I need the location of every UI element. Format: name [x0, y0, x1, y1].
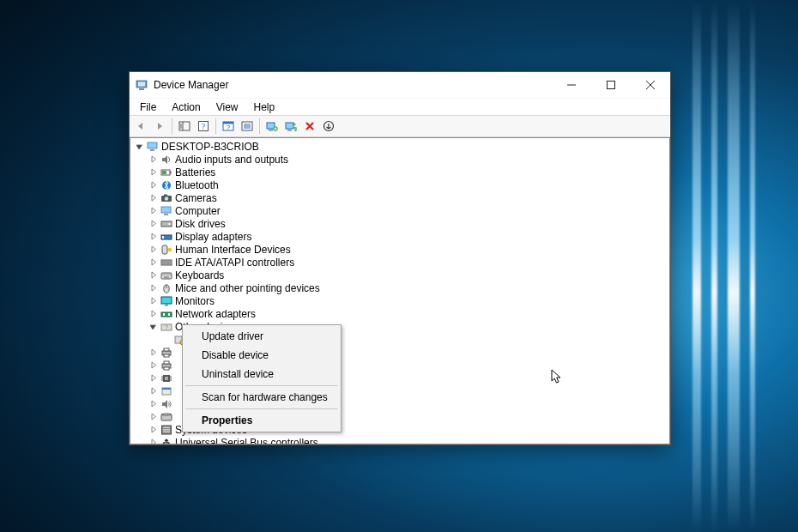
- expand-icon[interactable]: [148, 386, 158, 396]
- expand-icon[interactable]: [148, 309, 158, 319]
- tree-item[interactable]: Display adapters: [130, 230, 669, 243]
- expand-icon[interactable]: [148, 296, 158, 306]
- svg-point-34: [165, 196, 169, 201]
- desktop-light-bars: [692, 0, 755, 532]
- expand-icon[interactable]: [148, 154, 158, 165]
- expand-icon[interactable]: [148, 283, 158, 293]
- tree-item[interactable]: Network adapters: [130, 307, 669, 320]
- expand-icon[interactable]: [148, 270, 158, 281]
- tree-item[interactable]: Audio inputs and outputs: [130, 153, 669, 166]
- tree-item[interactable]: Disk drives: [130, 217, 669, 230]
- tree-item-label: Monitors: [175, 295, 215, 307]
- collapse-icon[interactable]: [148, 322, 158, 332]
- tree-item[interactable]: Keyboards: [130, 269, 669, 281]
- expand-icon[interactable]: [148, 412, 158, 422]
- svg-rect-2: [138, 82, 145, 87]
- tree-item[interactable]: Mice and other pointing devices: [130, 281, 669, 294]
- svg-rect-49: [168, 274, 169, 275]
- expand-icon[interactable]: [148, 348, 158, 358]
- properties-window-icon[interactable]: ?: [219, 117, 238, 136]
- tree-item[interactable]: Monitors: [130, 294, 669, 307]
- list-icon[interactable]: [238, 117, 257, 136]
- printer-icon: [160, 360, 173, 372]
- monitor-icon: [160, 295, 173, 307]
- collapse-icon[interactable]: [134, 142, 144, 152]
- expand-icon[interactable]: [148, 438, 158, 445]
- expand-icon[interactable]: [148, 399, 158, 409]
- tree-item-label: Keyboards: [175, 269, 224, 281]
- svg-rect-1: [139, 88, 144, 90]
- svg-rect-79: [162, 388, 171, 390]
- svg-rect-30: [170, 171, 172, 173]
- svg-point-80: [161, 414, 172, 415]
- disk-icon: [160, 218, 173, 230]
- ctx-scan-hardware[interactable]: Scan for hardware changes: [184, 388, 339, 407]
- close-button[interactable]: [631, 72, 670, 98]
- svg-rect-44: [161, 260, 172, 265]
- expander-none: [161, 335, 172, 345]
- titlebar[interactable]: Device Manager: [130, 72, 670, 98]
- expand-icon[interactable]: [148, 167, 158, 178]
- ctx-disable-device[interactable]: Disable device: [184, 346, 339, 365]
- tree-item-label: Bluetooth: [175, 179, 219, 191]
- svg-rect-55: [165, 305, 168, 306]
- svg-rect-27: [148, 142, 157, 148]
- tree-root[interactable]: DESKTOP-B3CRIOB: [130, 140, 669, 153]
- svg-rect-54: [161, 297, 172, 304]
- back-icon: [131, 117, 150, 136]
- menu-view[interactable]: View: [209, 100, 245, 114]
- minimize-button[interactable]: [552, 72, 591, 98]
- forward-icon: [150, 117, 169, 136]
- svg-rect-36: [161, 207, 171, 213]
- computer-icon: [146, 141, 160, 153]
- help-topics-icon[interactable]: ?: [194, 117, 213, 136]
- ctx-update-driver[interactable]: Update driver: [184, 327, 339, 346]
- menu-help[interactable]: Help: [247, 100, 282, 114]
- ide-icon: [160, 257, 173, 269]
- svg-rect-45: [161, 273, 172, 279]
- expand-icon[interactable]: [148, 360, 158, 371]
- tree-item[interactable]: Human Interface Devices: [130, 243, 669, 256]
- uninstall-device-icon[interactable]: [300, 117, 319, 136]
- ctx-uninstall-device[interactable]: Uninstall device: [184, 365, 339, 384]
- battery-icon: [160, 166, 173, 178]
- other-icon: ?: [160, 321, 173, 333]
- tree-item[interactable]: Cameras: [130, 191, 669, 204]
- tree-item-label: Network adapters: [175, 308, 256, 320]
- expand-icon[interactable]: [148, 257, 158, 268]
- expand-icon[interactable]: [148, 373, 158, 384]
- bluetooth-icon: [160, 179, 173, 191]
- context-menu-separator: [185, 408, 338, 409]
- svg-rect-65: [164, 348, 169, 351]
- tree-item[interactable]: Universal Serial Bus controllers: [130, 436, 669, 444]
- window-title: Device Manager: [154, 79, 552, 91]
- expand-icon[interactable]: [148, 206, 158, 216]
- computer-icon: [160, 205, 173, 217]
- sound-icon: [160, 398, 173, 410]
- menu-file[interactable]: File: [133, 100, 163, 114]
- svg-rect-28: [150, 149, 154, 151]
- expand-icon[interactable]: [148, 232, 158, 242]
- expand-icon[interactable]: [148, 425, 158, 435]
- svg-rect-82: [163, 426, 170, 428]
- expand-icon[interactable]: [148, 219, 158, 229]
- expand-icon[interactable]: [148, 245, 158, 255]
- tree-item[interactable]: Bluetooth: [130, 178, 669, 191]
- tree-item[interactable]: Batteries: [130, 166, 669, 178]
- show-hide-tree-icon[interactable]: [175, 117, 194, 136]
- svg-text:?: ?: [165, 323, 169, 331]
- expand-icon[interactable]: [148, 180, 158, 190]
- tree-item[interactable]: IDE ATA/ATAPI controllers: [130, 256, 669, 269]
- svg-rect-25: [287, 130, 292, 131]
- tree-item[interactable]: Computer: [130, 204, 669, 217]
- menu-action[interactable]: Action: [165, 100, 207, 114]
- toolbar-separator: [215, 118, 216, 134]
- svg-rect-42: [162, 245, 167, 254]
- tree-root-label: DESKTOP-B3CRIOB: [161, 141, 259, 153]
- scan-hardware-icon[interactable]: [281, 117, 300, 136]
- expand-icon[interactable]: [148, 193, 158, 203]
- maximize-button[interactable]: [591, 72, 631, 98]
- ctx-properties[interactable]: Properties: [184, 411, 339, 430]
- add-legacy-hardware-icon[interactable]: [319, 117, 338, 136]
- update-driver-icon[interactable]: [263, 117, 281, 136]
